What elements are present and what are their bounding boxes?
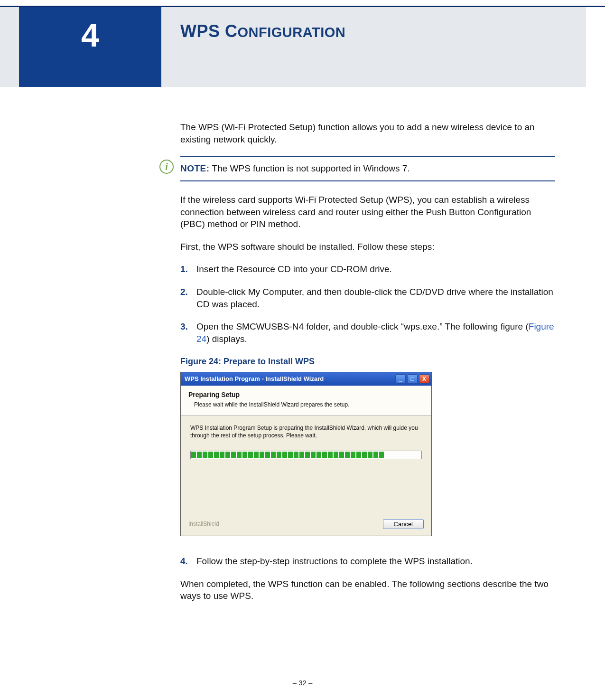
step-4: 4. Follow the step-by-step instructions …: [180, 555, 555, 568]
progress-bar: [190, 451, 422, 459]
step-3: 3. Open the SMCWUSBS-N4 folder, and doub…: [180, 321, 555, 345]
dialog-header: Preparing Setup Please wait while the In…: [181, 386, 431, 416]
chapter-number: 4: [81, 17, 99, 87]
step-1-num: 1.: [180, 263, 188, 275]
steps-list: 1. Insert the Resource CD into your CD-R…: [180, 263, 555, 345]
dialog-footer: InstallShield Cancel: [181, 515, 431, 536]
step-4-text: Follow the step-by-step instructions to …: [196, 556, 473, 566]
step-2: 2. Double-click My Computer, and then do…: [180, 286, 555, 310]
install-dialog: WPS Installation Program - InstallShield…: [180, 372, 432, 536]
dialog-body: WPS Installation Program Setup is prepar…: [181, 416, 431, 515]
step-2-text: Double-click My Computer, and then doubl…: [196, 287, 553, 309]
window-buttons: _ □ X: [395, 374, 429, 384]
step-2-num: 2.: [180, 286, 188, 298]
minimize-icon[interactable]: _: [395, 374, 406, 384]
dialog-titlebar: WPS Installation Program - InstallShield…: [181, 372, 431, 386]
step-4-num: 4.: [180, 555, 188, 568]
paragraph-3: First, the WPS software should be instal…: [180, 241, 555, 253]
dialog-head1: Preparing Setup: [188, 390, 424, 399]
close-icon[interactable]: X: [419, 374, 429, 384]
page-footer: – 32 –: [0, 679, 605, 687]
chapter-number-box: 4: [19, 7, 161, 87]
chapter-title: WPS CONFIGURATION: [180, 21, 345, 41]
note-text: The WPS function is not supported in Win…: [210, 163, 410, 173]
steps-list-cont: 4. Follow the step-by-step instructions …: [180, 555, 555, 568]
step-3-pre: Open the SMCWUSBS-N4 folder, and double-…: [196, 322, 529, 331]
info-icon: i: [159, 160, 174, 174]
dialog-body-text: WPS Installation Program Setup is prepar…: [190, 424, 422, 439]
chapter-title-main: WPS C: [180, 21, 238, 41]
closing-paragraph: When completed, the WPS function can be …: [180, 578, 555, 602]
paragraph-2: If the wireless card supports Wi-Fi Prot…: [180, 194, 555, 230]
cancel-button[interactable]: Cancel: [383, 519, 424, 529]
note-block: i NOTE: The WPS function is not supporte…: [180, 156, 555, 181]
step-3-post: ) displays.: [206, 334, 247, 344]
step-3-num: 3.: [180, 321, 188, 333]
footer-divider: [224, 524, 378, 524]
intro-paragraph: The WPS (Wi-Fi Protected Setup) function…: [180, 121, 555, 145]
installshield-brand: InstallShield: [188, 520, 219, 528]
maximize-icon[interactable]: □: [407, 374, 418, 384]
step-1: 1. Insert the Resource CD into your CD-R…: [180, 263, 555, 275]
chapter-title-rest: ONFIGURATION: [238, 25, 346, 40]
content-area: The WPS (Wi-Fi Protected Setup) function…: [180, 121, 555, 613]
figure-caption: Figure 24: Prepare to Install WPS: [180, 356, 555, 367]
step-1-text: Insert the Resource CD into your CD-ROM …: [196, 264, 392, 274]
dialog-head2: Please wait while the InstallShield Wiza…: [188, 401, 424, 408]
note-label: NOTE:: [180, 163, 210, 173]
dialog-title: WPS Installation Program - InstallShield…: [185, 375, 324, 383]
